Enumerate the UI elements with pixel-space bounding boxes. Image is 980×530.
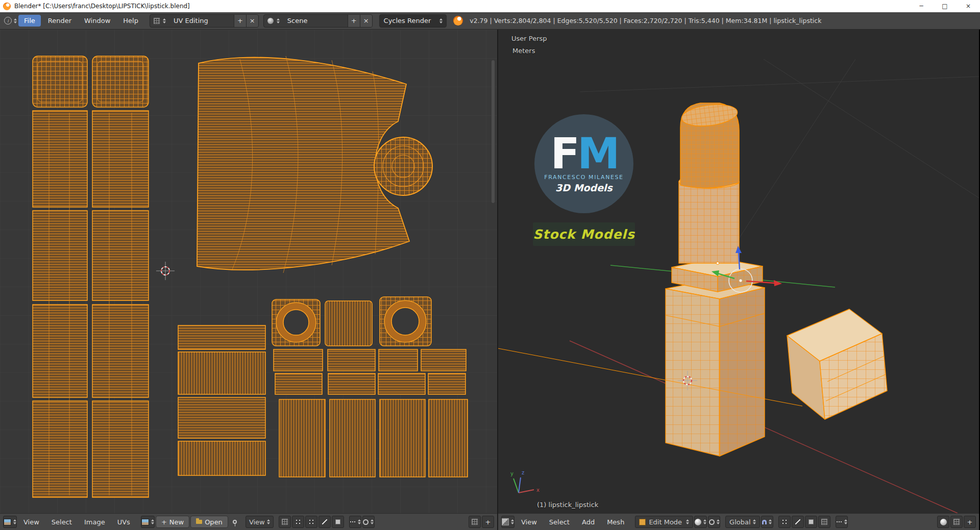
viewport-layers-button[interactable] — [950, 516, 963, 528]
vertex-mode-icon — [782, 519, 787, 524]
image-datablock-dropdown[interactable] — [141, 516, 155, 528]
view-name-overlay: User Persp — [511, 35, 547, 42]
scene-name[interactable]: Scene — [283, 17, 348, 24]
channel-grid-icon — [282, 519, 288, 525]
viewport-3d-canvas[interactable]: x y z — [498, 30, 979, 530]
delete-layout-button[interactable]: × — [246, 15, 258, 27]
uv-sticky-mode-button[interactable] — [292, 516, 304, 528]
menu-window[interactable]: Window — [79, 15, 116, 27]
v3d-menu-add[interactable]: Add — [576, 516, 600, 528]
pin-icon — [233, 520, 237, 524]
uv-editor-area: View Select Image UVs + New Open — [0, 30, 498, 530]
image-editor-icon — [4, 519, 11, 525]
uv-render-slot-button[interactable] — [469, 516, 481, 528]
snap-target-icon — [363, 519, 369, 525]
uv-menu-view[interactable]: View — [18, 516, 45, 528]
close-button[interactable]: × — [957, 0, 980, 12]
add-scene-button[interactable]: + — [348, 15, 360, 27]
blender-window: Blender* [C:\Users\franc\Desktop\LIPSTIC… — [0, 0, 980, 530]
render-engine-arrows — [435, 15, 446, 27]
open-image-button[interactable]: Open — [190, 516, 228, 528]
v3d-header-expand-button[interactable]: + — [964, 516, 976, 528]
pivot-center-dropdown[interactable] — [708, 516, 720, 528]
face-select-mode-button[interactable] — [805, 516, 817, 528]
viewport-shading-dropdown[interactable] — [694, 516, 707, 528]
render-preview-button[interactable] — [937, 516, 949, 528]
lipstick-case-body[interactable] — [666, 279, 765, 456]
draw-channel-button[interactable] — [279, 516, 291, 528]
watermark-logo: FM FRANCESCO MILANESE 3D Models — [534, 114, 633, 213]
occlude-geometry-icon — [821, 519, 827, 525]
viewport-3d-icon — [502, 518, 509, 525]
shading-sphere-icon — [695, 519, 701, 525]
face-mode-icon — [808, 519, 814, 524]
uv-menu-image[interactable]: Image — [79, 516, 111, 528]
vertex-select-icon — [309, 519, 314, 524]
image-mode-dropdown[interactable]: View — [246, 516, 274, 528]
scene-statistics: v2.79 | Verts:2,804/2,804 | Edges:5,520/… — [470, 17, 821, 24]
pin-image-button[interactable] — [229, 516, 240, 527]
minimize-button[interactable]: ─ — [910, 0, 933, 12]
proportional-edit-3d-dropdown[interactable] — [836, 516, 848, 528]
uv-viewport-canvas[interactable] — [0, 30, 497, 530]
maximize-button[interactable]: □ — [933, 0, 957, 12]
window-title: Blender* [C:\Users\franc\Desktop\LIPSTIC… — [14, 3, 190, 10]
transform-orientation-dropdown[interactable]: Global — [725, 516, 760, 528]
scene-selector: Scene + × — [263, 14, 373, 28]
edge-select-icon — [322, 519, 327, 524]
lipstick-bullet[interactable] — [680, 102, 739, 188]
menu-render[interactable]: Render — [42, 15, 77, 27]
uv-select-mode-edge[interactable] — [318, 516, 331, 528]
image-datablock-icon — [141, 519, 149, 525]
v3d-menu-select[interactable]: Select — [544, 516, 575, 528]
sticky-vertex-icon — [296, 519, 301, 524]
snap-toggle-button[interactable] — [761, 516, 773, 528]
uv-island-bottom-rects[interactable] — [279, 399, 468, 477]
snap-magnet-icon — [762, 520, 767, 524]
viewport-editor-type-button[interactable] — [501, 516, 514, 528]
uv-snap-dropdown[interactable] — [362, 516, 375, 528]
uv-menu-uvs[interactable]: UVs — [112, 516, 136, 528]
menu-help[interactable]: Help — [117, 15, 144, 27]
limit-selection-visible-button[interactable] — [818, 516, 830, 528]
screen-layout-icon — [154, 18, 160, 24]
uv-menu-select[interactable]: Select — [46, 516, 78, 528]
uv-header-expand-button[interactable]: + — [482, 516, 494, 528]
info-editor-button[interactable]: i — [4, 15, 17, 27]
scene-icon — [267, 18, 274, 24]
svg-text:z: z — [522, 470, 524, 475]
render-preview-icon — [940, 519, 947, 525]
watermark-name: FRANCESCO MILANESE — [544, 174, 623, 181]
vertex-select-mode-button[interactable] — [778, 516, 791, 528]
watermark-subtitle: 3D Models — [555, 182, 612, 193]
render-engine-selector[interactable]: Cycles Render — [379, 14, 447, 28]
uv-editor-header: View Select Image UVs + New Open — [0, 513, 497, 530]
info-icon: i — [4, 17, 12, 24]
uv-select-mode-face[interactable] — [332, 516, 344, 528]
uv-island-ring-squares[interactable] — [272, 297, 431, 346]
uv-editor-type-button[interactable] — [3, 516, 17, 528]
uv-select-mode-vertex[interactable] — [305, 516, 317, 528]
uv-island-stack[interactable] — [178, 325, 265, 475]
delete-scene-button[interactable]: × — [360, 15, 372, 27]
scene-dropdown[interactable] — [264, 15, 283, 27]
screen-layout-name[interactable]: UV Editing — [169, 17, 234, 24]
svg-text:y: y — [510, 471, 513, 476]
mode-dropdown[interactable]: Edit Mode — [635, 516, 693, 528]
proportional-edit-icon — [350, 521, 356, 523]
main-editors: View Select Image UVs + New Open — [0, 30, 980, 530]
v3d-menu-view[interactable]: View — [516, 516, 543, 528]
uv-island-circle[interactable] — [374, 137, 432, 195]
active-object-overlay: (1) lipstick_lipstick — [537, 501, 598, 509]
proportional-edit-3d-icon — [836, 521, 842, 523]
proportional-edit-dropdown[interactable] — [349, 516, 361, 528]
viewport-3d-area: x y z User Persp Meters (1) lipstick_lip… — [498, 30, 979, 530]
new-image-button[interactable]: + New — [156, 516, 189, 528]
add-layout-button[interactable]: + — [234, 15, 246, 27]
edge-select-mode-button[interactable] — [792, 516, 804, 528]
v3d-menu-mesh[interactable]: Mesh — [601, 516, 630, 528]
screen-layout-dropdown[interactable] — [150, 15, 169, 27]
uv-scrollbar[interactable] — [492, 60, 495, 203]
face-select-icon — [335, 519, 340, 524]
menu-file[interactable]: File — [18, 15, 41, 27]
